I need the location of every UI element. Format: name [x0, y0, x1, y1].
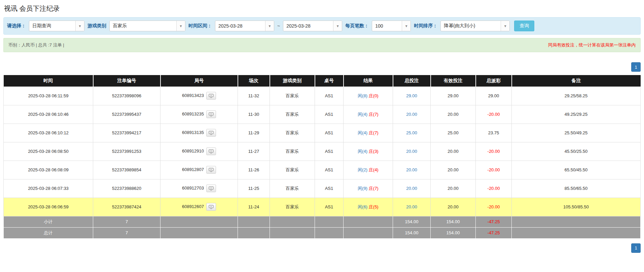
- banker-result: 庄(5): [369, 204, 379, 209]
- chevron-down-icon[interactable]: ▼: [176, 21, 185, 31]
- total-bet-link[interactable]: 25.00: [406, 130, 417, 135]
- result-cell: 闲(9) 庄(7): [344, 179, 393, 198]
- session: 11-30: [248, 112, 259, 117]
- game-type-cell: 百家乐: [270, 87, 315, 105]
- total-bet-cell: 20.00: [393, 105, 431, 124]
- payout-value: 29.00: [488, 93, 499, 98]
- table-no-cell: AS1: [315, 161, 344, 179]
- total-label: 总计: [4, 227, 93, 238]
- game-type: 百家乐: [286, 112, 299, 117]
- sort-select[interactable]: 降幂(由大到小) ▼: [440, 21, 510, 31]
- remark-cell: 29.25/58.25: [512, 87, 641, 105]
- total-bet-link[interactable]: 20.00: [406, 204, 417, 209]
- search-button[interactable]: 查询: [514, 21, 534, 31]
- banker-result: 庄(7): [369, 186, 379, 191]
- result-cell: 闲(2) 庄(4): [344, 161, 393, 179]
- date-range-tilde: ~: [277, 23, 280, 29]
- valid-bet: 20.00: [448, 167, 459, 172]
- game-type: 百家乐: [286, 186, 299, 191]
- round-cell: 608913423: [160, 87, 238, 105]
- player-result: 闲(2): [358, 167, 367, 172]
- session: 11-25: [248, 186, 259, 191]
- chevron-down-icon[interactable]: ▼: [333, 21, 342, 31]
- table-row: 2025-03-28 06:07:33 522373988620 6089127…: [4, 179, 641, 198]
- header-bet-id: 注单编号: [93, 75, 160, 87]
- table-row: 2025-03-28 06:08:50 522373991253 6089129…: [4, 142, 641, 161]
- chevron-down-icon[interactable]: ▼: [75, 21, 84, 31]
- player-result: 闲(4): [358, 130, 367, 135]
- remark: 45.50/25.50: [565, 149, 588, 154]
- game-type-select[interactable]: 百家乐 ▼: [109, 21, 185, 31]
- total-count: 7: [93, 227, 160, 238]
- view-result-button[interactable]: [206, 203, 216, 211]
- view-result-button[interactable]: [206, 147, 216, 155]
- result-cell: 闲(6) 庄(5): [344, 198, 393, 216]
- header-game-type: 游戏类别: [270, 75, 315, 87]
- table-row: 2025-03-28 06:10:12 522373994217 6089131…: [4, 124, 641, 142]
- game-type: 百家乐: [286, 204, 299, 209]
- bet-id-cell: 522373988620: [93, 179, 160, 198]
- header-valid-bet: 有效投注: [431, 75, 476, 87]
- date-to-value: 2025-03-28: [283, 21, 333, 31]
- total-row: 总计 7 154.00 154.00 -47.25: [4, 227, 641, 238]
- chevron-down-icon[interactable]: ▼: [501, 21, 509, 31]
- remark-cell: 85.50/65.50: [512, 179, 641, 198]
- session-cell: 11-26: [238, 161, 270, 179]
- total-total-bet: 154.00: [393, 227, 431, 238]
- page-size-select[interactable]: 100 ▼: [372, 21, 411, 31]
- game-type-label: 游戏类别: [87, 23, 106, 29]
- game-type: 百家乐: [286, 167, 299, 172]
- payout-cell: -20.00: [476, 105, 512, 124]
- total-bet-link[interactable]: 20.00: [406, 186, 417, 191]
- page-button[interactable]: 1: [631, 62, 641, 72]
- table-no: AS1: [325, 167, 333, 172]
- video-icon: [209, 168, 214, 172]
- chevron-down-icon[interactable]: ▼: [265, 21, 274, 31]
- chevron-down-icon[interactable]: ▼: [402, 21, 410, 31]
- game-type-cell: 百家乐: [270, 198, 315, 216]
- payout-cell: -20.00: [476, 179, 512, 198]
- remark-cell: 25.50/49.25: [512, 124, 641, 142]
- valid-bet: 20.00: [448, 186, 459, 191]
- banker-result: 庄(7): [369, 112, 379, 117]
- round-id: 608912703: [182, 185, 204, 191]
- bet-time: 2025-03-28 06:08:50: [28, 149, 69, 154]
- total-bet-link[interactable]: 29.00: [406, 93, 417, 98]
- total-bet-link[interactable]: 20.00: [406, 167, 417, 172]
- payout-value: -20.00: [488, 149, 500, 154]
- pagination-bottom: 1: [3, 243, 641, 253]
- sort-label: 时间排序：: [414, 23, 437, 29]
- date-to-select[interactable]: 2025-03-28 ▼: [283, 21, 342, 31]
- page-button[interactable]: 1: [631, 243, 641, 253]
- session-cell: 11-29: [238, 124, 270, 142]
- view-result-button[interactable]: [206, 110, 216, 118]
- view-result-button[interactable]: [206, 129, 216, 137]
- bet-id-cell: 522373995437: [93, 105, 160, 124]
- view-result-button[interactable]: [206, 92, 216, 100]
- header-payout: 总派彩: [476, 75, 512, 87]
- bet-id-cell: 522373989854: [93, 161, 160, 179]
- total-bet-link[interactable]: 20.00: [406, 112, 417, 117]
- date-from-select[interactable]: 2025-03-28 ▼: [215, 21, 274, 31]
- game-type: 百家乐: [286, 130, 299, 135]
- payout-value: 23.75: [488, 130, 499, 135]
- payout-value: -47.25: [488, 219, 500, 224]
- time-cell: 2025-03-28 06:07:33: [4, 179, 93, 198]
- payout-cell: 29.00: [476, 87, 512, 105]
- table-body: 2025-03-28 06:11:59 522373998096 6089134…: [4, 87, 641, 216]
- total-valid-bet: 154.00: [431, 227, 476, 238]
- total-bet-cell: 20.00: [393, 142, 431, 161]
- view-result-button[interactable]: [206, 184, 216, 192]
- total-bet-link[interactable]: 20.00: [406, 149, 417, 154]
- query-type-select[interactable]: 日期查询 ▼: [29, 21, 84, 31]
- player-result: 闲(4): [358, 149, 367, 154]
- time-cell: 2025-03-28 06:11:59: [4, 87, 93, 105]
- payout-value: -47.25: [488, 230, 500, 235]
- game-type-value: 百家乐: [110, 21, 176, 31]
- view-result-button[interactable]: [206, 166, 216, 174]
- game-type-cell: 百家乐: [270, 105, 315, 124]
- round-cell: 608912607: [160, 198, 238, 216]
- player-result: 闲(4): [358, 112, 367, 117]
- player-result: 闲(8): [358, 93, 367, 98]
- valid-bet-cell: 20.00: [431, 161, 476, 179]
